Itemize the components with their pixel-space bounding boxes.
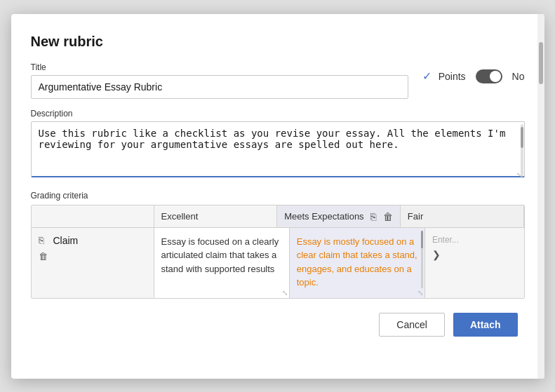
excellent-resize[interactable]: ⤡ (282, 289, 288, 297)
header-criteria-cell (32, 205, 154, 227)
description-section: Description Use this rubric like a check… (31, 109, 525, 180)
textarea-wrapper: Use this rubric like a checklist as you … (31, 121, 525, 180)
scrollbar-thumb (539, 42, 543, 84)
meets-resize[interactable]: ⤡ (417, 289, 423, 297)
meets-copy-icon[interactable]: ⎘ (370, 211, 376, 222)
scrollbar[interactable] (537, 14, 544, 379)
criteria-delete-icon[interactable]: 🗑 (39, 251, 48, 262)
footer: Cancel Attach (31, 313, 525, 337)
left-section: Title (31, 62, 408, 99)
fair-col-label: Fair (408, 211, 423, 222)
attach-button[interactable]: Attach (453, 313, 518, 337)
points-check-icon: ✓ (422, 69, 432, 83)
meets-text: Essay is mostly focused on a clear claim… (297, 236, 417, 288)
meets-cell-scrollbar[interactable] (421, 231, 423, 288)
description-input[interactable]: Use this rubric like a checklist as you … (31, 121, 525, 177)
criteria-cell-claim: ⎘ 🗑 Claim (32, 228, 154, 298)
fair-arrow-icon: ❯ (432, 249, 517, 260)
header-col-excellent: Excellent (154, 205, 278, 227)
criteria-copy-icon[interactable]: ⎘ (39, 235, 48, 245)
criteria-name: Claim (53, 235, 79, 246)
points-label: Points (439, 71, 466, 82)
textarea-resize-handle[interactable]: ⤡ (516, 171, 523, 178)
meets-text-cell[interactable]: Essay is mostly focused on a clear claim… (290, 228, 425, 298)
meets-col-label: Meets Expectations (284, 211, 363, 222)
header-col-meets: Meets Expectations ⎘ 🗑 (277, 205, 401, 227)
points-section: ✓ Points No (422, 62, 525, 83)
title-input[interactable] (31, 75, 408, 99)
points-toggle[interactable] (476, 69, 502, 83)
dialog: New rubric Title ✓ Points No Description… (11, 14, 544, 379)
top-row: Title ✓ Points No (31, 62, 525, 99)
dialog-title: New rubric (31, 34, 525, 50)
title-label: Title (31, 62, 408, 72)
excellent-text: Essay is focused on a clearly articulate… (161, 236, 279, 274)
excellent-text-cell[interactable]: Essay is focused on a clearly articulate… (154, 228, 290, 298)
grid-header: Excellent Meets Expectations ⎘ 🗑 Fair (32, 205, 524, 228)
rubric-grid: Excellent Meets Expectations ⎘ 🗑 Fair ⎘ … (31, 205, 525, 299)
no-label: No (512, 71, 525, 82)
criteria-row: ⎘ 🗑 Claim (39, 235, 147, 262)
meets-cell-scroll-thumb (421, 231, 423, 248)
description-scrollbar[interactable] (521, 124, 523, 177)
grading-label: Grading criteria (31, 191, 525, 201)
header-col-fair: Fair (401, 205, 524, 227)
fair-placeholder: Enter... (432, 235, 517, 245)
toggle-knob (490, 71, 501, 82)
title-section: Title (31, 62, 408, 99)
description-label: Description (31, 109, 525, 119)
criteria-icons-col: ⎘ 🗑 (39, 235, 48, 262)
cancel-button[interactable]: Cancel (379, 313, 445, 337)
description-scrollbar-thumb (521, 127, 523, 148)
grid-body: ⎘ 🗑 Claim Essay is focused on a clearly … (32, 228, 524, 298)
meets-col-icons: ⎘ 🗑 (370, 211, 393, 222)
meets-delete-icon[interactable]: 🗑 (383, 211, 393, 222)
excellent-col-label: Excellent (161, 211, 199, 222)
fair-text-cell[interactable]: Enter... ❯ (425, 228, 524, 298)
